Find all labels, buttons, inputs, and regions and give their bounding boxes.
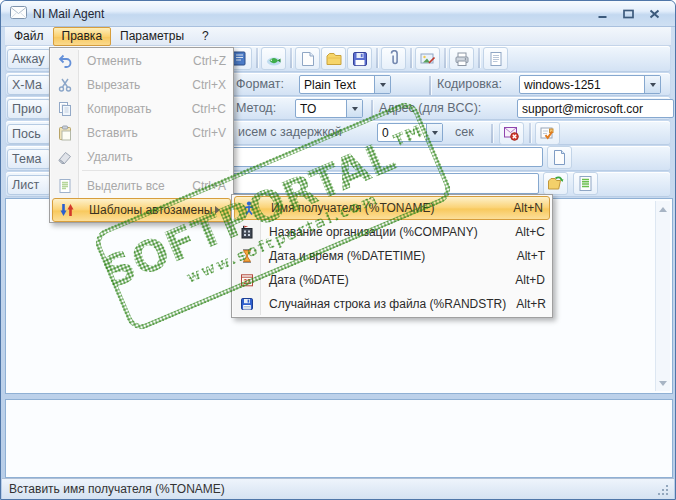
menu-separator: [82, 170, 229, 173]
menu-item-autoreplace-templates[interactable]: Шаблоны автозамены: [52, 198, 231, 222]
menu-item-cut[interactable]: Вырезать Ctrl+X: [51, 73, 232, 97]
encoding-select[interactable]: windows-1251: [519, 75, 661, 94]
save-icon[interactable]: [347, 47, 372, 70]
attachments-panel[interactable]: [5, 399, 673, 478]
subject-label: Тема: [7, 149, 51, 169]
folder-icon[interactable]: [321, 47, 346, 70]
menu-item-delete[interactable]: Удалить: [51, 145, 232, 169]
menu-edit[interactable]: Правка: [53, 27, 112, 46]
submenu-arrow-icon: [215, 206, 224, 214]
maximize-button[interactable]: [620, 7, 636, 21]
open-folder-icon[interactable]: [543, 172, 568, 195]
paste-icon: [51, 125, 79, 141]
sheet-label: Лист: [7, 175, 51, 195]
new-document-icon[interactable]: [547, 146, 572, 169]
statusbar: Вставить имя получателя (%TONAME): [2, 478, 674, 499]
minimize-button[interactable]: [594, 7, 610, 21]
printer-icon[interactable]: [449, 47, 474, 70]
menu-item-select-all[interactable]: Выделить все Ctrl+A: [51, 174, 232, 198]
calendar-icon: 22: [233, 272, 261, 288]
templates-submenu: Имя получателя (%TONAME) Alt+N Название …: [231, 194, 553, 318]
window-controls: [594, 7, 666, 21]
undo-icon: [51, 53, 79, 69]
menu-item-paste[interactable]: Вставить Ctrl+V: [51, 121, 232, 145]
chevron-down-icon[interactable]: [644, 76, 660, 93]
format-value: Plain Text: [300, 78, 374, 92]
building-icon: [233, 224, 261, 240]
scroll-down-icon[interactable]: [656, 376, 670, 391]
new-message-icon[interactable]: [295, 47, 320, 70]
envelope-icon: [10, 5, 27, 23]
hourglass-icon: [233, 248, 261, 264]
floppy-icon: [233, 296, 261, 312]
chevron-down-icon[interactable]: [374, 76, 390, 93]
encoding-value: windows-1251: [520, 78, 644, 92]
menu-item-copy[interactable]: Копировать Ctrl+C: [51, 97, 232, 121]
image-edit-icon[interactable]: [415, 47, 440, 70]
send-label: Пось: [7, 124, 51, 144]
method-value: TO: [296, 102, 346, 116]
chevron-down-icon[interactable]: [426, 124, 442, 141]
resize-grip[interactable]: [658, 485, 660, 487]
eraser-icon: [51, 149, 79, 165]
seconds-label: сек: [455, 125, 474, 139]
menu-file[interactable]: Файл: [5, 27, 53, 46]
submenu-item-company[interactable]: Название организации (%COMPANY) Alt+C: [233, 220, 551, 244]
app-window: NI Mail Agent Файл Правка Параметры ? Ак…: [0, 0, 676, 500]
svg-text:22: 22: [243, 278, 251, 285]
submenu-item-datetime[interactable]: Дата и время (%DATETIME) Alt+T: [233, 244, 551, 268]
encoding-label: Кодировка:: [437, 77, 502, 91]
submenu-item-randstr[interactable]: Случайная строка из файла (%RANDSTR) Alt…: [233, 292, 551, 316]
scroll-up-icon[interactable]: [656, 201, 670, 216]
menu-item-undo[interactable]: Отменить Ctrl+Z: [51, 49, 232, 73]
paperclip-icon[interactable]: [381, 47, 406, 70]
submenu-item-toname[interactable]: Имя получателя (%TONAME) Alt+N: [234, 196, 550, 220]
close-button[interactable]: [646, 7, 662, 21]
window-title: NI Mail Agent: [33, 7, 104, 21]
submenu-item-date[interactable]: 22 Дата (%DATE) Alt+D: [233, 268, 551, 292]
text-lines-icon[interactable]: [573, 172, 598, 195]
person-icon: [235, 200, 263, 216]
account-label: Аккау: [7, 49, 51, 69]
chevron-down-icon[interactable]: [346, 100, 362, 117]
delay-value: 0: [378, 126, 426, 140]
copy-icon: [51, 101, 79, 117]
select-all-icon: [51, 178, 79, 194]
bcc-label: Адрес (для BCC):: [379, 101, 481, 115]
method-select[interactable]: TO: [295, 99, 363, 118]
format-select[interactable]: Plain Text: [299, 75, 391, 94]
menubar: Файл Правка Параметры ?: [5, 27, 671, 46]
xmailer-label: X-Ma: [7, 75, 51, 95]
document-icon[interactable]: [483, 47, 508, 70]
status-text: Вставить имя получателя (%TONAME): [9, 482, 225, 496]
mail-cancel-icon[interactable]: [499, 122, 524, 145]
delay-text: исем с задержкой: [238, 125, 342, 139]
swap-arrows-icon: [53, 202, 81, 218]
titlebar[interactable]: NI Mail Agent: [1, 1, 675, 27]
edit-menu-dropdown: Отменить Ctrl+Z Вырезать Ctrl+X Копирова…: [49, 47, 234, 223]
vertical-scrollbar[interactable]: [655, 201, 670, 391]
bcc-input[interactable]: [517, 99, 674, 118]
menu-options[interactable]: Параметры: [111, 27, 193, 46]
menu-help[interactable]: ?: [193, 27, 218, 46]
fish-icon[interactable]: [261, 47, 286, 70]
spellcheck-icon[interactable]: [535, 122, 560, 145]
cut-icon: [51, 77, 79, 93]
method-label: Метод:: [236, 101, 276, 115]
format-label: Формат:: [236, 77, 284, 91]
priority-label: Прио: [7, 99, 51, 119]
delay-select[interactable]: 0: [377, 123, 443, 142]
